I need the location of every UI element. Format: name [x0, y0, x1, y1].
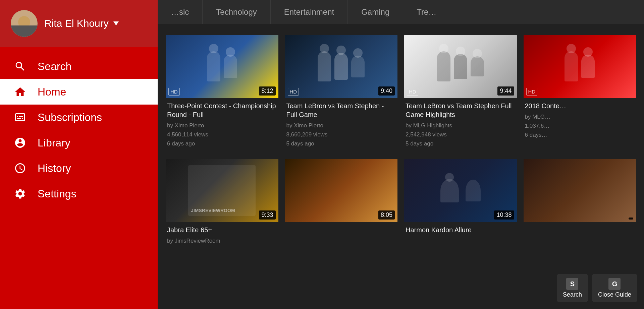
sidebar-item-history[interactable]: History	[0, 156, 158, 181]
search-icon	[13, 60, 27, 73]
sidebar-item-search[interactable]: Search	[0, 54, 158, 79]
video-grid: 8:12 HD Three-Point Contest - Championsh…	[158, 24, 644, 309]
username: Rita El Khoury	[44, 18, 119, 29]
video-card-v5[interactable]: JIMSREVIEWROOM 9:33 Jabra Elite 65+ by J…	[166, 159, 278, 245]
video-meta-v2: by Ximo Pierto 8,660,209 views 5 days ag…	[286, 121, 396, 148]
video-info-v7: Harmon Kardon Allure	[404, 222, 517, 236]
tab-entertainment[interactable]: Entertainment	[271, 0, 348, 24]
video-card-v4[interactable]: HD 2018 Conte… by MLG… 1,037,6… 6 days…	[524, 35, 636, 148]
sidebar-label-home: Home	[38, 86, 66, 98]
settings-icon	[13, 187, 27, 200]
video-thumbnail-v8	[524, 159, 636, 222]
hd-badge-v2: HD	[288, 88, 299, 96]
video-info-v1: Three-Point Contest - Championship Round…	[166, 98, 278, 148]
video-meta-v3: by MLG Highlights 2,542,948 views 5 days…	[406, 121, 516, 148]
shortcut-close-guide: G Close Guide	[592, 274, 637, 302]
video-thumbnail-v4: HD	[524, 35, 636, 98]
tab-gaming[interactable]: Gaming	[348, 0, 403, 24]
shortcut-search-key: S	[566, 278, 578, 290]
subscriptions-icon	[13, 111, 27, 124]
video-duration-v6: 8:05	[378, 210, 395, 220]
video-thumbnail-v2: 9:40 HD	[285, 35, 398, 98]
shortcut-search-label: Search	[563, 291, 582, 298]
main-content: …sic Technology Entertainment Gaming Tre…	[158, 0, 644, 309]
sidebar-label-library: Library	[38, 137, 70, 149]
video-duration-v7: 10:38	[494, 210, 514, 220]
video-title-v2: Team LeBron vs Team Stephen - Full Game	[286, 102, 396, 119]
avatar	[11, 10, 38, 37]
video-info-v4: 2018 Conte… by MLG… 1,037,6… 6 days…	[524, 98, 636, 140]
video-duration-v3: 9:44	[497, 86, 514, 96]
video-card-v7[interactable]: 10:38 Harmon Kardon Allure	[404, 159, 517, 245]
video-info-v2: Team LeBron vs Team Stephen - Full Game …	[285, 98, 398, 148]
video-title-v4: 2018 Conte…	[525, 102, 635, 110]
video-duration-v1: 8:12	[259, 86, 275, 96]
video-thumbnail-v5: JIMSREVIEWROOM 9:33	[166, 159, 278, 222]
video-title-v3: Team LeBron vs Team Stephen Full Game Hi…	[406, 102, 516, 119]
video-thumbnail-v6: 8:05	[285, 159, 398, 222]
category-tabs: …sic Technology Entertainment Gaming Tre…	[158, 0, 644, 24]
tab-music[interactable]: …sic	[158, 0, 203, 24]
video-card-v1[interactable]: 8:12 HD Three-Point Contest - Championsh…	[166, 35, 278, 148]
video-info-v3: Team LeBron vs Team Stephen Full Game Hi…	[404, 98, 517, 148]
dropdown-arrow-icon[interactable]	[113, 21, 119, 25]
sidebar-label-settings: Settings	[38, 188, 76, 200]
tab-trending[interactable]: Tre…	[403, 0, 450, 24]
video-card-v3[interactable]: 9:44 HD Team LeBron vs Team Stephen Full…	[404, 35, 517, 148]
sidebar: Rita El Khoury Search Home	[0, 0, 158, 309]
shortcut-close-key: G	[608, 278, 621, 290]
username-text: Rita El Khoury	[44, 18, 109, 29]
history-icon	[13, 162, 27, 175]
video-card-v2[interactable]: 9:40 HD Team LeBron vs Team Stephen - Fu…	[285, 35, 398, 148]
sidebar-item-settings[interactable]: Settings	[0, 181, 158, 206]
hd-badge-v1: HD	[168, 88, 180, 96]
video-card-v8[interactable]	[524, 159, 636, 245]
video-card-v6[interactable]: 8:05	[285, 159, 398, 245]
hd-badge-v4: HD	[526, 88, 538, 96]
sidebar-item-home[interactable]: Home	[0, 79, 158, 105]
home-icon	[13, 85, 27, 99]
video-meta-v5: by JimsReviewRoom	[167, 236, 277, 245]
shortcut-search: S Search	[557, 274, 588, 302]
video-thumbnail-v1: 8:12 HD	[166, 35, 278, 98]
nav-menu: Search Home Subscriptions	[0, 47, 158, 309]
video-meta-v1: by Ximo Pierto 4,560,114 views 6 days ag…	[167, 121, 277, 148]
video-title-v1: Three-Point Contest - Championship Round…	[167, 102, 277, 119]
hd-badge-v3: HD	[407, 88, 418, 96]
video-info-v5: Jabra Elite 65+ by JimsReviewRoom	[166, 222, 278, 245]
video-duration-v5: 9:33	[259, 210, 275, 220]
keyboard-overlay: S Search G Close Guide	[557, 274, 637, 302]
video-info-v6	[285, 222, 398, 228]
sidebar-label-search: Search	[38, 60, 71, 73]
video-meta-v4: by MLG… 1,037,6… 6 days…	[525, 112, 635, 140]
video-title-v5: Jabra Elite 65+	[167, 226, 277, 234]
sidebar-item-library[interactable]: Library	[0, 130, 158, 156]
sidebar-label-subscriptions: Subscriptions	[38, 111, 102, 124]
video-thumbnail-v3: 9:44 HD	[404, 35, 517, 98]
video-duration-v2: 9:40	[378, 86, 395, 96]
library-icon	[13, 136, 27, 149]
tab-technology[interactable]: Technology	[203, 0, 270, 24]
video-duration-v8	[629, 218, 633, 220]
shortcut-close-label: Close Guide	[598, 291, 631, 298]
sidebar-label-history: History	[38, 162, 71, 175]
sidebar-item-subscriptions[interactable]: Subscriptions	[0, 105, 158, 130]
video-thumbnail-v7: 10:38	[404, 159, 517, 222]
video-title-v7: Harmon Kardon Allure	[406, 226, 516, 234]
user-section[interactable]: Rita El Khoury	[0, 0, 158, 47]
